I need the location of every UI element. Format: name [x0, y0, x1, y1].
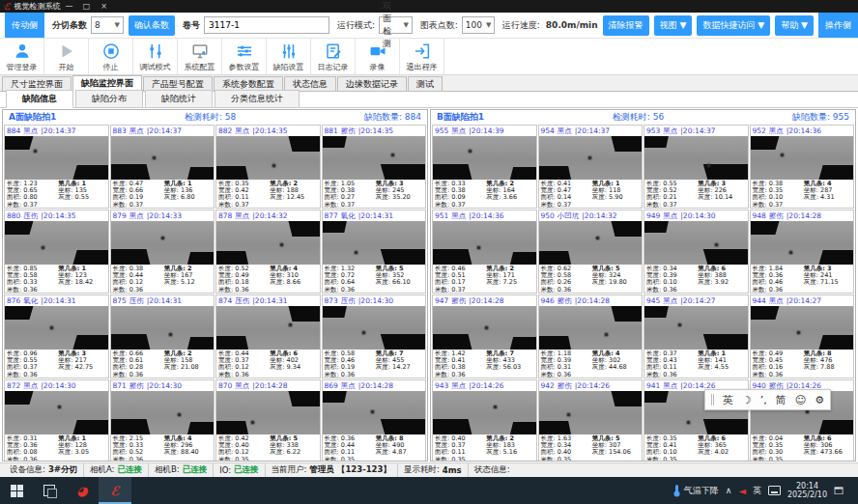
main-tab-0[interactable]: 尺寸监控界面 — [2, 76, 72, 91]
defect-cell[interactable]: 947 擦伤 |20:14:28 长度: 1.42 宽度: 0.41 面积: 0… — [432, 294, 537, 378]
action-button[interactable]: 录像 — [356, 39, 400, 74]
defect-image[interactable] — [539, 391, 643, 434]
defect-cell[interactable]: 878 黑点 |20:14:32 长度: 0.52 宽度: 0.49 面积: 0… — [215, 210, 321, 294]
defect-image[interactable] — [323, 391, 426, 434]
defect-cell[interactable]: 951 黑点 |20:14:36 长度: 0.46 宽度: 0.51 面积: 0… — [432, 210, 537, 294]
defect-image[interactable] — [323, 306, 426, 350]
maximize-button[interactable]: □ — [78, 2, 96, 11]
action-button[interactable]: 退出程序 — [400, 39, 444, 74]
task-view-button[interactable] — [33, 477, 66, 504]
defect-cell[interactable]: 876 氧化 |20:14:31 长度: 0.96 宽度: 0.55 面积: 0… — [4, 294, 109, 378]
defect-cell[interactable]: 872 黑点 |20:14:30 长度: 0.31 宽度: 0.36 面积: 0… — [4, 379, 109, 462]
defect-image[interactable] — [323, 136, 426, 180]
ime-halfmoon-button[interactable]: ☽ — [742, 394, 752, 406]
defect-cell[interactable]: 949 黑点 |20:14:30 长度: 0.34 宽度: 0.39 面积: 0… — [644, 210, 749, 294]
sub-tab-1[interactable]: 缺陷分布 — [75, 90, 143, 107]
defect-cell[interactable]: 882 黑点 |20:14:35 长度: 0.35 宽度: 0.42 面积: 0… — [215, 125, 321, 209]
ime-simplified-button[interactable]: 简 — [776, 393, 786, 407]
strip-count-select[interactable]: 8▼ — [91, 16, 124, 34]
defect-cell[interactable]: 954 黑点 |20:14:37 长度: 0.41 宽度: 0.47 面积: 0… — [538, 125, 644, 209]
defect-cell[interactable]: 950 小凹坑 |20:14:32 长度: 0.62 宽度: 0.58 面积: … — [538, 210, 644, 294]
defect-image[interactable] — [323, 221, 426, 265]
defect-image[interactable] — [111, 221, 214, 265]
close-button[interactable]: × — [96, 2, 113, 11]
action-button[interactable]: 系统配置 — [178, 39, 222, 74]
run-mode-select[interactable]: 双面检测▼ — [379, 16, 413, 34]
sub-tab-2[interactable]: 缺陷统计 — [145, 90, 213, 107]
clock[interactable]: 20:142025/2/10 — [787, 482, 827, 499]
main-tab-3[interactable]: 系统参数配置 — [214, 76, 283, 91]
defect-cell[interactable]: 883 黑点 |20:14:37 长度: 0.47 宽度: 0.66 面积: 0… — [110, 125, 215, 209]
action-button[interactable]: 缺陷设置 — [267, 39, 311, 74]
tray-expand-button[interactable]: ∧ — [726, 486, 732, 495]
ime-settings-button[interactable]: ⚙ — [815, 394, 824, 406]
defect-cell[interactable]: 877 氧化 |20:14:31 长度: 1.32 宽度: 0.72 面积: 0… — [322, 210, 427, 294]
action-button[interactable]: 停止 — [89, 39, 133, 74]
defect-image[interactable] — [751, 306, 854, 350]
defect-image[interactable] — [433, 391, 536, 434]
defect-image[interactable] — [539, 221, 643, 265]
defect-cell[interactable]: 881 擦伤 |20:14:35 长度: 1.05 宽度: 0.38 面积: 0… — [322, 125, 427, 209]
defect-image[interactable] — [644, 136, 748, 180]
defect-image[interactable] — [216, 306, 320, 350]
action-button[interactable]: 调试模式 — [133, 39, 178, 74]
defect-cell[interactable]: 943 黑点 |20:14:26 长度: 0.40 宽度: 0.37 面积: 0… — [432, 379, 537, 462]
defect-image[interactable] — [751, 221, 854, 265]
ime-punct-button[interactable]: ’, — [760, 394, 767, 406]
ime-emoji-button[interactable]: ☺ — [795, 394, 806, 406]
defect-image[interactable] — [111, 306, 214, 350]
notification-button[interactable]: 🗔 — [834, 486, 844, 496]
defect-image[interactable] — [5, 136, 108, 180]
defect-cell[interactable]: 880 压伤 |20:14:35 长度: 0.85 宽度: 0.58 面积: 0… — [4, 210, 109, 294]
sub-tab-0[interactable]: 缺陷信息 — [6, 90, 73, 108]
defect-cell[interactable]: 873 压伤 |20:14:30 长度: 0.58 宽度: 0.46 面积: 0… — [322, 294, 427, 378]
defect-cell[interactable]: 953 黑点 |20:14:37 长度: 0.55 宽度: 0.52 面积: 0… — [644, 125, 749, 209]
defect-image[interactable] — [5, 391, 108, 434]
defect-image[interactable] — [216, 221, 320, 265]
sub-tab-3[interactable]: 分类信息统计 — [214, 90, 300, 107]
defect-image[interactable] — [111, 136, 214, 180]
defect-image[interactable] — [644, 306, 748, 350]
confirm-strips-button[interactable]: 确认条数 — [129, 15, 175, 36]
defect-cell[interactable]: 942 擦伤 |20:14:26 长度: 1.63 宽度: 0.34 面积: 0… — [538, 379, 644, 462]
defect-cell[interactable]: 870 黑点 |20:14:28 长度: 0.42 宽度: 0.40 面积: 0… — [215, 379, 321, 462]
defect-image[interactable] — [5, 306, 108, 350]
pinned-app-button[interactable]: ◕ — [66, 477, 99, 504]
operator-side-button[interactable]: 操作侧 — [818, 13, 858, 38]
defect-image[interactable] — [433, 136, 536, 180]
chart-points-select[interactable]: 100▼ — [462, 16, 495, 34]
defect-cell[interactable]: 945 黑点 |20:14:27 长度: 0.37 宽度: 0.43 面积: 0… — [644, 294, 749, 378]
defect-cell[interactable]: 871 擦伤 |20:14:30 长度: 2.15 宽度: 0.33 面积: 0… — [110, 379, 215, 462]
defect-cell[interactable]: 955 黑点 |20:14:39 长度: 0.33 宽度: 0.38 面积: 0… — [432, 125, 537, 209]
defect-cell[interactable]: 869 黑点 |20:14:28 长度: 0.36 宽度: 0.44 面积: 0… — [322, 379, 427, 462]
action-button[interactable]: 日志记录 — [311, 39, 356, 74]
defect-cell[interactable]: 875 压伤 |20:14:31 长度: 0.66 宽度: 0.61 面积: 0… — [110, 294, 215, 378]
defect-cell[interactable]: 944 黑点 |20:14:27 长度: 0.49 宽度: 0.45 面积: 0… — [750, 294, 855, 378]
defect-cell[interactable]: 874 压伤 |20:14:31 长度: 0.44 宽度: 0.37 面积: 0… — [215, 294, 321, 378]
main-tab-2[interactable]: 产品型号配置 — [143, 76, 213, 91]
start-button[interactable] — [0, 477, 33, 504]
ime-tray-icon[interactable]: ◄ — [738, 486, 746, 496]
drive-side-button[interactable]: 传动侧 — [5, 13, 44, 38]
data-quick-access-menu-button[interactable]: 数据快捷访问 ▼ — [697, 15, 770, 36]
defect-image[interactable] — [644, 221, 748, 265]
defect-image[interactable] — [751, 136, 854, 180]
defect-cell[interactable]: 879 黑点 |20:14:33 长度: 0.38 宽度: 0.44 面积: 0… — [110, 210, 215, 294]
defect-image[interactable] — [216, 391, 320, 434]
minimize-button[interactable]: — — [61, 2, 78, 11]
help-menu-button[interactable]: 帮助 ▼ — [775, 15, 814, 36]
main-tab-5[interactable]: 边缘数据记录 — [337, 76, 407, 91]
defect-cell[interactable]: 884 黑点 |20:14:37 长度: 1.23 宽度: 0.65 面积: 0… — [4, 125, 109, 209]
defect-image[interactable] — [539, 136, 643, 180]
ime-drag-handle[interactable] — [711, 394, 714, 406]
defect-image[interactable] — [5, 221, 108, 265]
defect-cell[interactable]: 948 擦伤 |20:14:28 长度: 1.84 宽度: 0.36 面积: 0… — [750, 210, 855, 294]
weather-widget[interactable]: 气温下降 — [672, 484, 719, 497]
defect-image[interactable] — [111, 391, 214, 434]
defect-cell[interactable]: 952 黑点 |20:14:36 长度: 0.38 宽度: 0.35 面积: 0… — [750, 125, 855, 209]
defect-image[interactable] — [433, 306, 536, 350]
coil-input[interactable] — [204, 16, 329, 34]
main-tab-4[interactable]: 状态信息 — [284, 76, 336, 91]
action-button[interactable]: 参数设置 — [222, 39, 267, 74]
defect-image[interactable] — [216, 136, 320, 180]
